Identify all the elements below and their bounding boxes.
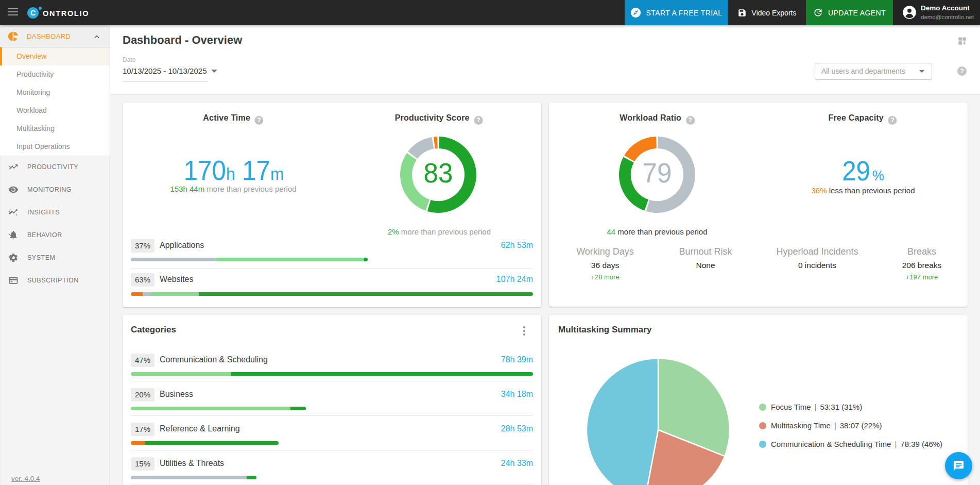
svg-text:79: 79 bbox=[643, 158, 672, 188]
svg-text:83: 83 bbox=[424, 158, 453, 188]
